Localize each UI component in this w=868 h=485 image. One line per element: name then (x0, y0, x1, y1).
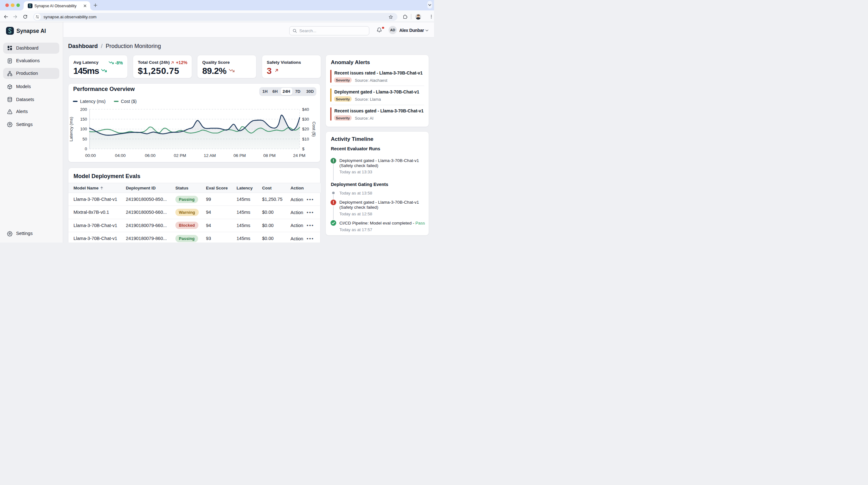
svg-text:$20: $20 (302, 126, 309, 131)
svg-text:200: 200 (80, 107, 87, 112)
svg-text:12 AM: 12 AM (204, 153, 216, 158)
svg-text:100: 100 (80, 126, 87, 131)
svg-text:$40: $40 (302, 107, 309, 112)
svg-text:0: 0 (85, 146, 87, 151)
svg-text:06 PM: 06 PM (234, 153, 246, 158)
svg-text:$10: $10 (302, 137, 309, 141)
svg-text:02 PM: 02 PM (174, 153, 186, 158)
svg-text:$: $ (302, 146, 305, 151)
svg-text:50: 50 (83, 137, 87, 141)
svg-text:04:00: 04:00 (115, 153, 126, 158)
svg-text:08 PM: 08 PM (264, 153, 276, 158)
svg-text:24 PM: 24 PM (293, 153, 305, 158)
svg-text:150: 150 (80, 117, 87, 121)
svg-text:Cost ($): Cost ($) (312, 121, 316, 137)
svg-text:$30: $30 (302, 117, 309, 121)
svg-text:00:00: 00:00 (85, 153, 96, 158)
svg-text:06:00: 06:00 (145, 153, 155, 158)
svg-text:Latency (ms): Latency (ms) (69, 117, 73, 141)
